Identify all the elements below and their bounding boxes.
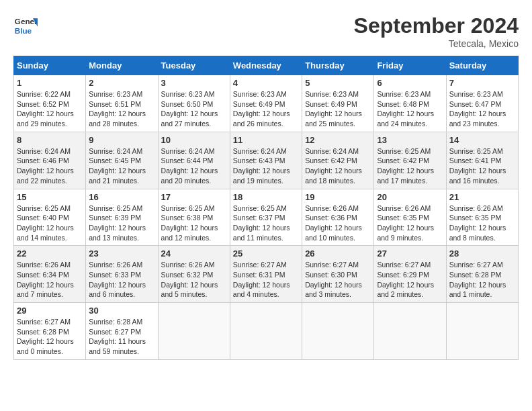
table-row: 14 Sunrise: 6:25 AMSunset: 6:41 PMDaylig…: [446, 132, 518, 189]
day-info: Sunrise: 6:25 AMSunset: 6:42 PMDaylight:…: [377, 146, 443, 186]
col-friday: Friday: [374, 56, 446, 75]
day-info: Sunrise: 6:27 AMSunset: 6:30 PMDaylight:…: [305, 260, 371, 300]
day-number: 13: [377, 135, 443, 145]
table-row: 4 Sunrise: 6:23 AMSunset: 6:49 PMDayligh…: [230, 75, 302, 132]
table-row: 17 Sunrise: 6:25 AMSunset: 6:38 PMDaylig…: [158, 189, 230, 246]
day-info: Sunrise: 6:26 AMSunset: 6:35 PMDaylight:…: [449, 203, 515, 243]
table-row: [374, 303, 446, 360]
day-number: 19: [305, 192, 371, 202]
table-row: [302, 303, 374, 360]
table-row: 20 Sunrise: 6:26 AMSunset: 6:35 PMDaylig…: [374, 189, 446, 246]
col-sunday: Sunday: [14, 56, 86, 75]
title-block: September 2024 Tetecala, Mexico: [354, 13, 519, 49]
day-info: Sunrise: 6:26 AMSunset: 6:32 PMDaylight:…: [161, 260, 227, 300]
col-monday: Monday: [86, 56, 158, 75]
day-info: Sunrise: 6:22 AMSunset: 6:52 PMDaylight:…: [17, 89, 83, 129]
day-info: Sunrise: 6:28 AMSunset: 6:27 PMDaylight:…: [89, 317, 154, 357]
table-row: 24 Sunrise: 6:26 AMSunset: 6:32 PMDaylig…: [158, 246, 230, 303]
table-row: 30 Sunrise: 6:28 AMSunset: 6:27 PMDaylig…: [86, 303, 158, 360]
day-info: Sunrise: 6:27 AMSunset: 6:31 PMDaylight:…: [233, 260, 299, 300]
table-row: [230, 303, 302, 360]
table-row: 13 Sunrise: 6:25 AMSunset: 6:42 PMDaylig…: [374, 132, 446, 189]
day-number: 30: [89, 306, 154, 316]
page-header: General Blue September 2024 Tetecala, Me…: [13, 13, 519, 49]
day-number: 7: [449, 78, 515, 88]
day-info: Sunrise: 6:26 AMSunset: 6:33 PMDaylight:…: [89, 260, 154, 300]
table-row: 11 Sunrise: 6:24 AMSunset: 6:43 PMDaylig…: [230, 132, 302, 189]
day-info: Sunrise: 6:24 AMSunset: 6:46 PMDaylight:…: [17, 146, 83, 186]
day-info: Sunrise: 6:27 AMSunset: 6:29 PMDaylight:…: [377, 260, 443, 300]
day-info: Sunrise: 6:23 AMSunset: 6:51 PMDaylight:…: [89, 89, 154, 129]
day-info: Sunrise: 6:24 AMSunset: 6:43 PMDaylight:…: [233, 146, 299, 186]
day-number: 29: [17, 306, 83, 316]
col-wednesday: Wednesday: [230, 56, 302, 75]
day-number: 22: [17, 248, 83, 259]
day-number: 27: [377, 248, 443, 259]
day-number: 10: [161, 135, 227, 145]
calendar-week-row: 22 Sunrise: 6:26 AMSunset: 6:34 PMDaylig…: [14, 246, 519, 303]
table-row: 18 Sunrise: 6:25 AMSunset: 6:37 PMDaylig…: [230, 189, 302, 246]
day-info: Sunrise: 6:24 AMSunset: 6:45 PMDaylight:…: [89, 146, 154, 186]
day-number: 23: [89, 248, 154, 259]
calendar-week-row: 8 Sunrise: 6:24 AMSunset: 6:46 PMDayligh…: [14, 132, 519, 189]
col-thursday: Thursday: [302, 56, 374, 75]
table-row: 12 Sunrise: 6:24 AMSunset: 6:42 PMDaylig…: [302, 132, 374, 189]
day-info: Sunrise: 6:25 AMSunset: 6:39 PMDaylight:…: [89, 203, 154, 243]
day-info: Sunrise: 6:27 AMSunset: 6:28 PMDaylight:…: [449, 260, 515, 300]
day-number: 28: [449, 248, 515, 259]
day-number: 2: [89, 78, 154, 88]
table-row: 28 Sunrise: 6:27 AMSunset: 6:28 PMDaylig…: [446, 246, 518, 303]
day-number: 1: [17, 78, 83, 88]
day-info: Sunrise: 6:26 AMSunset: 6:36 PMDaylight:…: [305, 203, 371, 243]
day-number: 21: [449, 192, 515, 202]
logo-icon: General Blue: [13, 13, 38, 38]
day-number: 15: [17, 192, 83, 202]
calendar-week-row: 1 Sunrise: 6:22 AMSunset: 6:52 PMDayligh…: [14, 75, 519, 132]
svg-text:Blue: Blue: [15, 26, 32, 35]
month-title: September 2024: [354, 13, 519, 38]
calendar-week-row: 15 Sunrise: 6:25 AMSunset: 6:40 PMDaylig…: [14, 189, 519, 246]
day-number: 5: [305, 78, 371, 88]
table-row: 19 Sunrise: 6:26 AMSunset: 6:36 PMDaylig…: [302, 189, 374, 246]
location: Tetecala, Mexico: [354, 38, 519, 49]
table-row: 5 Sunrise: 6:23 AMSunset: 6:49 PMDayligh…: [302, 75, 374, 132]
table-row: 16 Sunrise: 6:25 AMSunset: 6:39 PMDaylig…: [86, 189, 158, 246]
day-number: 18: [233, 192, 299, 202]
day-info: Sunrise: 6:23 AMSunset: 6:49 PMDaylight:…: [233, 89, 299, 129]
day-number: 25: [233, 248, 299, 259]
table-row: 6 Sunrise: 6:23 AMSunset: 6:48 PMDayligh…: [374, 75, 446, 132]
day-info: Sunrise: 6:25 AMSunset: 6:41 PMDaylight:…: [449, 146, 515, 186]
table-row: 15 Sunrise: 6:25 AMSunset: 6:40 PMDaylig…: [14, 189, 86, 246]
day-number: 20: [377, 192, 443, 202]
table-row: 7 Sunrise: 6:23 AMSunset: 6:47 PMDayligh…: [446, 75, 518, 132]
calendar-table: Sunday Monday Tuesday Wednesday Thursday…: [13, 56, 519, 360]
table-row: 29 Sunrise: 6:27 AMSunset: 6:28 PMDaylig…: [14, 303, 86, 360]
col-saturday: Saturday: [446, 56, 518, 75]
day-number: 11: [233, 135, 299, 145]
day-info: Sunrise: 6:23 AMSunset: 6:48 PMDaylight:…: [377, 89, 443, 129]
day-number: 12: [305, 135, 371, 145]
day-number: 26: [305, 248, 371, 259]
table-row: 21 Sunrise: 6:26 AMSunset: 6:35 PMDaylig…: [446, 189, 518, 246]
day-number: 24: [161, 248, 227, 259]
day-info: Sunrise: 6:23 AMSunset: 6:47 PMDaylight:…: [449, 89, 515, 129]
calendar-week-row: 29 Sunrise: 6:27 AMSunset: 6:28 PMDaylig…: [14, 303, 519, 360]
table-row: 26 Sunrise: 6:27 AMSunset: 6:30 PMDaylig…: [302, 246, 374, 303]
table-row: 1 Sunrise: 6:22 AMSunset: 6:52 PMDayligh…: [14, 75, 86, 132]
day-number: 8: [17, 135, 83, 145]
day-info: Sunrise: 6:25 AMSunset: 6:38 PMDaylight:…: [161, 203, 227, 243]
day-info: Sunrise: 6:25 AMSunset: 6:37 PMDaylight:…: [233, 203, 299, 243]
col-tuesday: Tuesday: [158, 56, 230, 75]
table-row: 22 Sunrise: 6:26 AMSunset: 6:34 PMDaylig…: [14, 246, 86, 303]
svg-text:General: General: [15, 17, 38, 26]
table-row: 8 Sunrise: 6:24 AMSunset: 6:46 PMDayligh…: [14, 132, 86, 189]
day-info: Sunrise: 6:23 AMSunset: 6:49 PMDaylight:…: [305, 89, 371, 129]
day-info: Sunrise: 6:26 AMSunset: 6:35 PMDaylight:…: [377, 203, 443, 243]
day-number: 4: [233, 78, 299, 88]
table-row: 9 Sunrise: 6:24 AMSunset: 6:45 PMDayligh…: [86, 132, 158, 189]
table-row: 25 Sunrise: 6:27 AMSunset: 6:31 PMDaylig…: [230, 246, 302, 303]
table-row: 27 Sunrise: 6:27 AMSunset: 6:29 PMDaylig…: [374, 246, 446, 303]
day-info: Sunrise: 6:24 AMSunset: 6:44 PMDaylight:…: [161, 146, 227, 186]
table-row: 10 Sunrise: 6:24 AMSunset: 6:44 PMDaylig…: [158, 132, 230, 189]
table-row: 23 Sunrise: 6:26 AMSunset: 6:33 PMDaylig…: [86, 246, 158, 303]
